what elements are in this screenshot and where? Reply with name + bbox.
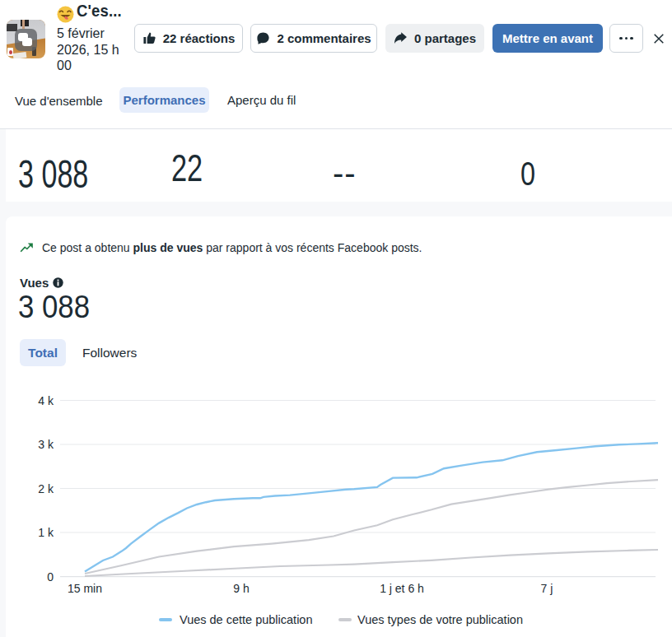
svg-text:2 k: 2 k [38, 482, 54, 495]
svg-text:3 k: 3 k [38, 438, 54, 451]
svg-text:0: 0 [47, 570, 54, 584]
svg-text:1 k: 1 k [38, 526, 54, 539]
svg-text:4 k: 4 k [38, 394, 54, 407]
svg-text:15 min: 15 min [68, 582, 102, 595]
svg-text:1 j et 6 h: 1 j et 6 h [380, 582, 424, 595]
svg-text:7 j: 7 j [541, 582, 553, 595]
svg-text:9 h: 9 h [233, 582, 249, 595]
